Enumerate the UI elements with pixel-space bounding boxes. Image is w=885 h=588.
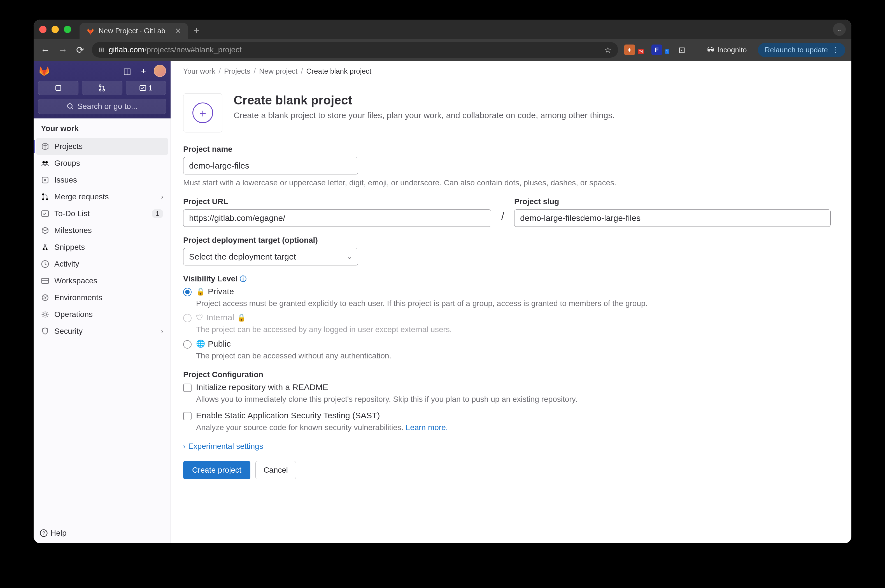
- sast-description: Analyze your source code for known secur…: [196, 422, 831, 433]
- extension-icon[interactable]: F: [651, 45, 662, 55]
- issues-icon: [41, 176, 49, 184]
- visibility-radio-public[interactable]: [183, 340, 192, 349]
- gitlab-logo-icon[interactable]: [38, 64, 50, 77]
- project-url-input[interactable]: [183, 210, 491, 227]
- project-name-input[interactable]: [183, 157, 358, 174]
- incognito-chip[interactable]: 🕶 Incognito: [701, 43, 753, 57]
- sidebar-item-operations[interactable]: Operations: [34, 306, 171, 323]
- sidebar-item-label: Activity: [54, 260, 79, 268]
- reload-button[interactable]: ⟳: [75, 44, 86, 56]
- sidebar-item-label: Issues: [54, 176, 77, 184]
- window-minimize-icon[interactable]: [51, 26, 59, 33]
- svg-point-7: [45, 161, 48, 164]
- sast-checkbox[interactable]: [183, 412, 192, 420]
- address-bar[interactable]: ⊞ gitlab.com/projects/new#blank_project …: [92, 42, 618, 58]
- sidebar-item-groups[interactable]: Groups: [34, 155, 171, 172]
- relaunch-button[interactable]: Relaunch to update ⋮: [758, 43, 845, 57]
- svg-point-19: [44, 313, 47, 316]
- sidebar-item-snippets[interactable]: Snippets: [34, 239, 171, 256]
- breadcrumb-item[interactable]: Projects: [224, 67, 250, 75]
- sidebar-collapse-icon[interactable]: ◫: [121, 65, 133, 77]
- main-content: Your work/Projects/New project/Create bl…: [171, 61, 851, 543]
- new-tab-button[interactable]: +: [194, 25, 200, 37]
- chevron-right-icon: ›: [183, 442, 185, 450]
- visibility-label-private[interactable]: 🔒Private: [196, 287, 234, 296]
- browser-tab-strip: New Project · GitLab ✕ + ⌄: [34, 20, 851, 39]
- page-hero: ＋ Create blank project Create a blank pr…: [183, 93, 831, 132]
- cube-icon: [41, 142, 49, 150]
- sidebar-item-to-do-list[interactable]: To-Do List1: [34, 205, 171, 222]
- svg-rect-0: [56, 86, 61, 90]
- visibility-label: Visibility Level: [183, 274, 237, 284]
- project-slug-label: Project slug: [514, 197, 831, 206]
- back-button[interactable]: ←: [40, 45, 51, 56]
- chevron-right-icon: ›: [161, 327, 163, 335]
- workspace-icon: [41, 277, 49, 285]
- url-text: gitlab.com/projects/new#blank_project: [109, 45, 600, 54]
- todo-icon: [140, 84, 146, 91]
- sidebar-nav: ProjectsGroupsIssuesMerge requests›To-Do…: [34, 137, 171, 341]
- extensions-menu-icon[interactable]: ⊡: [676, 45, 687, 55]
- extension-icon[interactable]: ♦: [624, 45, 635, 55]
- tab-close-icon[interactable]: ✕: [175, 26, 181, 36]
- window-zoom-icon[interactable]: [64, 26, 71, 33]
- browser-tab[interactable]: New Project · GitLab ✕: [80, 23, 188, 39]
- visibility-radio-internal: [183, 314, 192, 322]
- visibility-radio-private[interactable]: [183, 288, 192, 296]
- site-settings-icon[interactable]: ⊞: [99, 46, 104, 54]
- visibility-desc-internal: The project can be accessed by any logge…: [196, 324, 831, 335]
- sidebar-item-milestones[interactable]: Milestones: [34, 222, 171, 239]
- issue-icon: [55, 84, 62, 91]
- window-close-icon[interactable]: [39, 26, 46, 33]
- deployment-target-label: Project deployment target (optional): [183, 236, 831, 245]
- sidebar-item-environments[interactable]: Environments: [34, 289, 171, 306]
- sidebar-item-issues[interactable]: Issues: [34, 172, 171, 189]
- snippet-icon: [41, 243, 49, 251]
- extensions-area: ♦24 F1 ⊡ 🕶 Incognito Relaunch to update …: [624, 43, 845, 57]
- search-button[interactable]: Search or go to...: [38, 99, 166, 114]
- todos-shortcut-button[interactable]: 1: [126, 81, 166, 95]
- sidebar-item-security[interactable]: Security›: [34, 323, 171, 340]
- globe-icon: 🌐: [196, 339, 205, 348]
- breadcrumb-item[interactable]: Your work: [183, 67, 215, 75]
- kebab-menu-icon[interactable]: ⋮: [832, 46, 839, 54]
- readme-label[interactable]: Initialize repository with a README: [196, 382, 328, 392]
- sidebar-item-label: Security: [54, 327, 82, 336]
- create-new-icon[interactable]: ＋: [138, 65, 149, 77]
- svg-point-6: [42, 161, 45, 164]
- cancel-button[interactable]: Cancel: [255, 461, 296, 479]
- sidebar-item-merge-requests[interactable]: Merge requests›: [34, 189, 171, 205]
- user-avatar[interactable]: [154, 64, 166, 77]
- sidebar-item-projects[interactable]: Projects: [36, 138, 168, 155]
- activity-icon: [41, 260, 49, 268]
- url-slug-separator: /: [501, 210, 504, 227]
- breadcrumb-item[interactable]: New project: [259, 67, 297, 75]
- bookmark-icon[interactable]: ☆: [604, 45, 611, 55]
- help-link[interactable]: ? Help: [34, 523, 171, 543]
- sidebar-item-activity[interactable]: Activity: [34, 256, 171, 273]
- tabs-dropdown-icon[interactable]: ⌄: [833, 23, 846, 36]
- issues-shortcut-button[interactable]: [38, 81, 78, 95]
- project-slug-input[interactable]: [514, 210, 831, 227]
- sidebar-section-title: Your work: [34, 118, 171, 137]
- sidebar-item-label: Groups: [54, 159, 80, 168]
- page-title: Create blank project: [234, 93, 615, 107]
- sidebar-item-label: Operations: [54, 310, 93, 319]
- browser-toolbar: ← → ⟳ ⊞ gitlab.com/projects/new#blank_pr…: [34, 39, 851, 61]
- milestone-icon: [41, 226, 49, 234]
- sast-label[interactable]: Enable Static Application Security Testi…: [196, 411, 380, 420]
- sast-learn-more-link[interactable]: Learn more.: [406, 423, 448, 432]
- deployment-target-select[interactable]: Select the deployment target ⌄: [183, 248, 358, 266]
- visibility-label-public[interactable]: 🌐Public: [196, 339, 231, 349]
- svg-point-12: [46, 198, 48, 200]
- sidebar-item-workspaces[interactable]: Workspaces: [34, 273, 171, 289]
- readme-checkbox[interactable]: [183, 384, 192, 392]
- experimental-settings-toggle[interactable]: › Experimental settings: [183, 442, 831, 451]
- merge-requests-shortcut-button[interactable]: [82, 81, 122, 95]
- help-circle-icon[interactable]: ⓘ: [240, 274, 246, 284]
- tab-title: New Project · GitLab: [99, 27, 165, 35]
- svg-point-14: [43, 248, 45, 250]
- create-project-button[interactable]: Create project: [183, 461, 250, 479]
- sidebar-item-label: To-Do List: [54, 209, 90, 218]
- project-name-help: Must start with a lowercase or uppercase…: [183, 177, 831, 188]
